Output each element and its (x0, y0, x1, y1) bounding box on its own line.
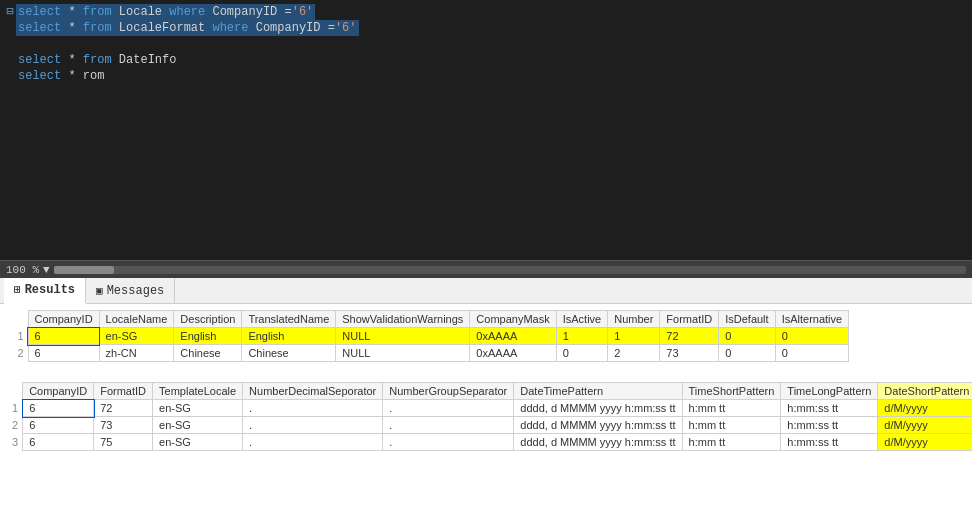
col2-companyid: CompanyID (23, 383, 94, 400)
t2r2-timeshort: h:mm tt (682, 417, 781, 434)
t1r2-isactive: 0 (556, 345, 608, 362)
t2r2-locale: en-SG (153, 417, 243, 434)
t2r3-formatid: 75 (94, 434, 153, 451)
col2-numbergroup: NumberGroupSeparator (383, 383, 514, 400)
t2r2-dateshort: d/M/yyyy (878, 417, 972, 434)
row-num2-1: 1 (8, 400, 23, 417)
t2r3-decimal: . (243, 434, 383, 451)
code-line-4: select * from DateInfo (16, 52, 178, 68)
col-translatedname: TranslatedName (242, 311, 336, 328)
results-icon: ⊞ (14, 283, 21, 296)
t1r2-isalternative: 0 (775, 345, 849, 362)
kw-select-5: select (18, 68, 61, 84)
t1r2-translatedname: Chinese (242, 345, 336, 362)
t2r1-datetime: dddd, d MMMM yyyy h:mm:ss tt (514, 400, 682, 417)
t1r2-number: 2 (608, 345, 660, 362)
t2r1-dateshort: d/M/yyyy (878, 400, 972, 417)
table2-row-2: 2 6 73 en-SG . . dddd, d MMMM yyyy h:mm:… (8, 417, 972, 434)
tabs-bar: ⊞ Results ▣ Messages (0, 278, 972, 304)
row-num-header (8, 311, 28, 328)
row-num2-3: 3 (8, 434, 23, 451)
col-localename: LocaleName (99, 311, 174, 328)
table1-row-2: 2 6 zh-CN Chinese Chinese NULL 0xAAAA 0 … (8, 345, 849, 362)
t1r2-companymask: 0xAAAA (470, 345, 556, 362)
table2: CompanyID FormatID TemplateLocale Number… (8, 382, 972, 451)
kw-from-4: from (83, 52, 112, 68)
t2r1-locale: en-SG (153, 400, 243, 417)
t2r1-decimal: . (243, 400, 383, 417)
col2-timelong: TimeLongPattern (781, 383, 878, 400)
kw-select-2: select (18, 20, 61, 36)
t1r1-companymask: 0xAAAA (470, 328, 556, 345)
kw-from-1: from (83, 4, 112, 20)
table1: CompanyID LocaleName Description Transla… (8, 310, 849, 362)
col2-timeshort: TimeShortPattern (682, 383, 781, 400)
kw-select-4: select (18, 52, 61, 68)
table2-row-3: 3 6 75 en-SG . . dddd, d MMMM yyyy h:mm:… (8, 434, 972, 451)
horizontal-scrollbar[interactable] (54, 266, 966, 274)
t2r3-datetime: dddd, d MMMM yyyy h:mm:ss tt (514, 434, 682, 451)
col-description: Description (174, 311, 242, 328)
t1r2-isdefault: 0 (719, 345, 775, 362)
row-num-1: 1 (8, 328, 28, 345)
t2r3-timelong: h:mm:ss tt (781, 434, 878, 451)
t1r1-formatid: 72 (660, 328, 719, 345)
table1-header-row: CompanyID LocaleName Description Transla… (8, 311, 849, 328)
kw-where-2: where (212, 20, 248, 36)
col-formatid: FormatID (660, 311, 719, 328)
fold-icon-1[interactable]: ⊟ (4, 4, 16, 20)
row-num-header-2 (8, 383, 23, 400)
editor-area[interactable]: ⊟ select * from Locale where CompanyID =… (0, 0, 972, 260)
t1r2-description: Chinese (174, 345, 242, 362)
t2r2-companyid: 6 (23, 417, 94, 434)
code-line-3 (16, 36, 23, 52)
t2r1-timeshort: h:mm tt (682, 400, 781, 417)
col-isactive: IsActive (556, 311, 608, 328)
tab-messages-label: Messages (107, 284, 165, 298)
t2r3-group: . (383, 434, 514, 451)
col2-dateshort: DateShortPattern (878, 383, 972, 400)
scrollbar-area: 100 % ▼ (0, 260, 972, 278)
t1r1-translatedname: English (242, 328, 336, 345)
editor-line-3 (0, 36, 972, 52)
t2r2-decimal: . (243, 417, 383, 434)
results-scroll[interactable]: CompanyID LocaleName Description Transla… (0, 304, 972, 529)
t2r2-datetime: dddd, d MMMM yyyy h:mm:ss tt (514, 417, 682, 434)
col-showvalidation: ShowValidationWarnings (336, 311, 470, 328)
tab-messages[interactable]: ▣ Messages (86, 278, 175, 304)
col2-datetimepattern: DateTimePattern (514, 383, 682, 400)
zoom-decrease-btn[interactable]: ▼ (43, 264, 50, 276)
tab-results-label: Results (25, 283, 75, 297)
code-line-5: select * rom (16, 68, 106, 84)
scroll-thumb[interactable] (54, 266, 114, 274)
t2r3-locale: en-SG (153, 434, 243, 451)
t1r1-companyid: 6 (28, 328, 99, 345)
t2r2-group: . (383, 417, 514, 434)
row-num-2: 2 (8, 345, 28, 362)
main-container: ⊟ select * from Locale where CompanyID =… (0, 0, 972, 529)
t1r2-companyid: 6 (28, 345, 99, 362)
col-companymask: CompanyMask (470, 311, 556, 328)
t2r3-dateshort: d/M/yyyy (878, 434, 972, 451)
messages-icon: ▣ (96, 284, 103, 297)
t2r1-group: . (383, 400, 514, 417)
t2r1-companyid: 6 (23, 400, 94, 417)
table1-wrapper: CompanyID LocaleName Description Transla… (0, 304, 972, 366)
bottom-section: CompanyID LocaleName Description Transla… (0, 304, 972, 529)
t1r2-localename: zh-CN (99, 345, 174, 362)
t1r1-number: 1 (608, 328, 660, 345)
table2-header-row: CompanyID FormatID TemplateLocale Number… (8, 383, 972, 400)
col2-formatid: FormatID (94, 383, 153, 400)
t1r1-showvalidation: NULL (336, 328, 470, 345)
t1r2-showvalidation: NULL (336, 345, 470, 362)
t1r1-isactive: 1 (556, 328, 608, 345)
tab-results[interactable]: ⊞ Results (4, 278, 86, 304)
row-num2-2: 2 (8, 417, 23, 434)
editor-line-5: select * rom (0, 68, 972, 84)
col-number: Number (608, 311, 660, 328)
t2r3-timeshort: h:mm tt (682, 434, 781, 451)
t2r1-timelong: h:mm:ss tt (781, 400, 878, 417)
val-2: '6' (335, 20, 357, 36)
zoom-label: 100 % (6, 264, 39, 276)
t1r1-localename: en-SG (99, 328, 174, 345)
